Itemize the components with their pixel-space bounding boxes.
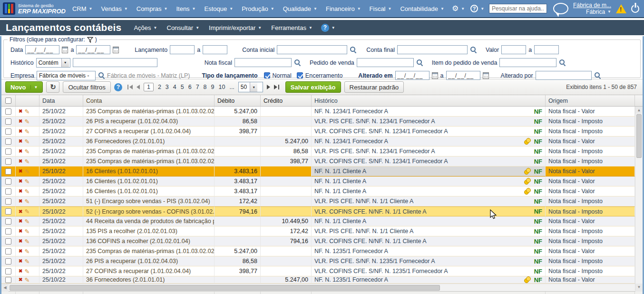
- delete-icon[interactable]: ✖: [19, 199, 22, 204]
- table-row[interactable]: ✖ ✎ 25/10/22 36 Fornecedores (2.01.01.01…: [1, 137, 643, 147]
- warning-icon[interactable]: [616, 4, 626, 13]
- page-7[interactable]: 7: [196, 84, 199, 90]
- row-checkbox[interactable]: [5, 208, 11, 215]
- search-icon[interactable]: [294, 59, 301, 66]
- edit-icon[interactable]: ✎: [24, 168, 29, 175]
- table-row[interactable]: ✖ ✎ 25/10/22 235 Compras de matérias-pri…: [1, 147, 643, 157]
- lancamento-to-input[interactable]: [203, 45, 227, 54]
- row-checkbox[interactable]: [5, 228, 11, 235]
- settings-menu[interactable]: ⚙▼: [452, 4, 465, 13]
- row-checkbox[interactable]: [5, 188, 11, 195]
- conta-inicial-input[interactable]: [277, 45, 347, 54]
- search-icon[interactable]: [416, 59, 423, 66]
- delete-icon[interactable]: ✖: [19, 109, 22, 114]
- edit-icon[interactable]: ✎: [24, 228, 29, 235]
- delete-icon[interactable]: ✖: [19, 149, 22, 154]
- account-menu[interactable]: Fábrica de m... Fábrica▼: [573, 2, 611, 15]
- page-menu-ferramentas[interactable]: Ferramentas▼: [271, 24, 312, 31]
- refresh-button[interactable]: ↻: [46, 81, 59, 93]
- page-help-menu[interactable]: ?▼: [321, 24, 335, 32]
- edit-icon[interactable]: ✎: [24, 238, 29, 245]
- scroll-up-icon[interactable]: ▲: [635, 107, 643, 114]
- topbar-menu-compras[interactable]: Compras▼: [137, 5, 168, 12]
- empresa-select[interactable]: Fábrica de móveis -: [37, 71, 96, 80]
- encerramento-checkbox[interactable]: [297, 72, 303, 78]
- historico-operator-select[interactable]: Contém▼: [36, 58, 70, 68]
- table-row[interactable]: ✖ ✎ 25/10/22 52 (-) Encargo sobre vendas…: [1, 206, 643, 216]
- edit-icon[interactable]: ✎: [24, 148, 29, 155]
- page-menu-a-es[interactable]: Ações▼: [134, 24, 157, 31]
- filters-panel[interactable]: Filtros (clique para configurar: ) Data …: [3, 36, 641, 78]
- page-size-select[interactable]: 50▼: [238, 82, 263, 92]
- header-origem[interactable]: Origem: [546, 95, 635, 106]
- row-checkbox[interactable]: [5, 198, 11, 205]
- valor-to-input[interactable]: [534, 45, 559, 54]
- edit-icon[interactable]: ✎: [24, 108, 29, 115]
- search-icon[interactable]: [98, 72, 105, 79]
- horizontal-scroll-thumb[interactable]: [10, 285, 440, 291]
- row-checkbox[interactable]: [5, 128, 11, 135]
- page-1[interactable]: 1: [144, 83, 154, 91]
- delete-icon[interactable]: ✖: [19, 169, 22, 174]
- valor-from-input[interactable]: [501, 45, 526, 54]
- header-credito[interactable]: Crédito: [261, 95, 312, 106]
- row-checkbox[interactable]: [5, 268, 11, 274]
- search-icon[interactable]: [594, 72, 601, 79]
- topbar-menu-produção[interactable]: Produção▼: [242, 5, 274, 12]
- prev-page-button[interactable]: [137, 85, 140, 89]
- page-menu-consultar[interactable]: Consultar▼: [167, 24, 200, 31]
- page-menu-imprimir-exportar[interactable]: Imprimir/exportar▼: [209, 24, 262, 31]
- topbar-menu-fiscal[interactable]: Fiscal▼: [370, 5, 392, 12]
- delete-icon[interactable]: ✖: [19, 159, 22, 164]
- select-all-checkbox[interactable]: [5, 98, 11, 104]
- item-pedido-input[interactable]: [499, 58, 556, 67]
- table-row[interactable]: ✖ ✎ 25/10/22 36 Fornecedores (2.01.01.01…: [1, 276, 643, 284]
- vertical-scrollbar[interactable]: ▲ ▼: [635, 107, 643, 291]
- first-page-button[interactable]: [127, 85, 133, 89]
- date-from-input[interactable]: [25, 45, 59, 54]
- edit-icon[interactable]: ✎: [24, 128, 29, 135]
- filters-legend[interactable]: Filtros (clique para configurar: ): [8, 36, 99, 43]
- edit-icon[interactable]: ✎: [24, 208, 29, 215]
- scroll-down-icon[interactable]: ▼: [635, 284, 643, 291]
- account-link[interactable]: Fábrica de m...: [573, 2, 611, 9]
- chat-icon[interactable]: [553, 3, 568, 14]
- edit-icon[interactable]: ✎: [24, 138, 29, 145]
- help-menu[interactable]: ?▼: [470, 5, 484, 12]
- table-row[interactable]: ✖ ✎ 25/10/22 235 Compras de matérias-pri…: [1, 246, 643, 256]
- last-page-button[interactable]: [274, 85, 279, 89]
- horizontal-scrollbar[interactable]: ◀ ▶: [1, 284, 643, 291]
- page-9[interactable]: 9: [211, 84, 215, 90]
- select-all-header[interactable]: [1, 95, 16, 106]
- ocultar-filtros-button[interactable]: Ocultar filtros: [63, 81, 111, 93]
- nota-fiscal-input[interactable]: [234, 58, 292, 67]
- edit-icon[interactable]: ✎: [24, 118, 29, 125]
- row-checkbox[interactable]: [5, 158, 11, 165]
- calendar-icon[interactable]: [113, 47, 119, 53]
- edit-icon[interactable]: ✎: [24, 188, 29, 195]
- edit-icon[interactable]: ✎: [24, 258, 29, 265]
- table-row[interactable]: ✖ ✎ 25/10/22 26 PIS a recuperar (1.01.02…: [1, 117, 643, 127]
- edit-icon[interactable]: ✎: [24, 158, 29, 165]
- lancamento-from-input[interactable]: [170, 45, 195, 54]
- row-checkbox[interactable]: [5, 138, 11, 145]
- chevron-down-icon[interactable]: ▼: [30, 85, 38, 89]
- vertical-scroll-thumb[interactable]: [636, 114, 642, 158]
- alterado-por-input[interactable]: [536, 71, 592, 80]
- edit-icon[interactable]: ✎: [24, 178, 29, 185]
- header-conta[interactable]: Conta: [83, 95, 215, 106]
- table-row[interactable]: ✖ ✎ 25/10/22 16 Clientes (1.01.02.01.01)…: [1, 167, 643, 176]
- alterado-em-to-input[interactable]: [446, 71, 480, 80]
- delete-icon[interactable]: ✖: [19, 129, 22, 134]
- delete-icon[interactable]: ✖: [19, 277, 22, 282]
- date-to-input[interactable]: [76, 45, 110, 54]
- delete-icon[interactable]: ✖: [19, 139, 22, 144]
- row-checkbox[interactable]: [5, 118, 11, 125]
- delete-icon[interactable]: ✖: [19, 249, 22, 254]
- alterado-em-from-input[interactable]: [395, 71, 429, 80]
- delete-icon[interactable]: ✖: [19, 259, 22, 264]
- header-historico[interactable]: Histórico: [312, 95, 546, 106]
- topbar-menu-crm[interactable]: CRM▼: [72, 5, 93, 12]
- row-checkbox[interactable]: [5, 258, 11, 265]
- row-checkbox[interactable]: [5, 277, 11, 283]
